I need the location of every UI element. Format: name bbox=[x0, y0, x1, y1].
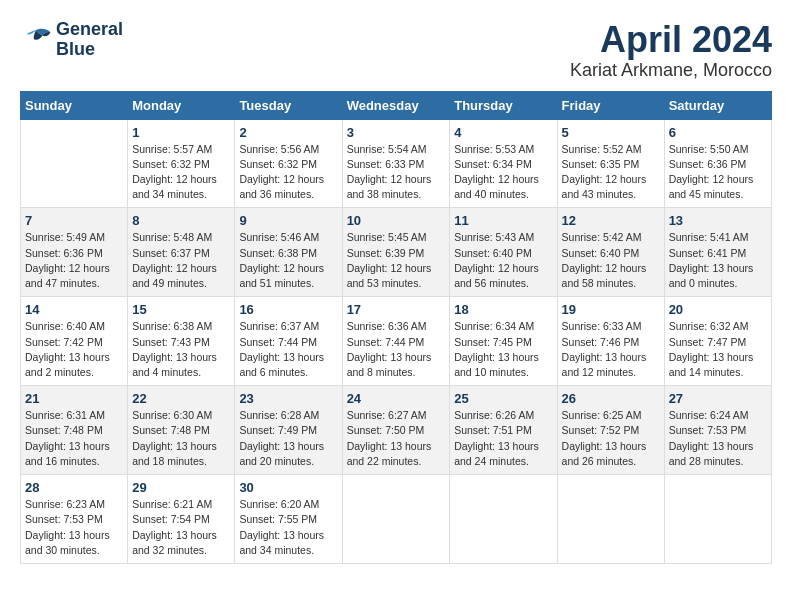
calendar-table: Sunday Monday Tuesday Wednesday Thursday… bbox=[20, 91, 772, 564]
day-number: 4 bbox=[454, 125, 552, 140]
day-number: 16 bbox=[239, 302, 337, 317]
day-number: 28 bbox=[25, 480, 123, 495]
calendar-day-cell: 25Sunrise: 6:26 AMSunset: 7:51 PMDayligh… bbox=[450, 386, 557, 475]
calendar-day-cell: 14Sunrise: 6:40 AMSunset: 7:42 PMDayligh… bbox=[21, 297, 128, 386]
header-tuesday: Tuesday bbox=[235, 91, 342, 119]
header-thursday: Thursday bbox=[450, 91, 557, 119]
calendar-day-cell: 29Sunrise: 6:21 AMSunset: 7:54 PMDayligh… bbox=[128, 475, 235, 564]
day-number: 18 bbox=[454, 302, 552, 317]
day-info: Sunrise: 6:32 AMSunset: 7:47 PMDaylight:… bbox=[669, 319, 767, 380]
day-number: 21 bbox=[25, 391, 123, 406]
title-section: April 2024 Kariat Arkmane, Morocco bbox=[570, 20, 772, 81]
day-number: 12 bbox=[562, 213, 660, 228]
calendar-day-cell: 26Sunrise: 6:25 AMSunset: 7:52 PMDayligh… bbox=[557, 386, 664, 475]
day-info: Sunrise: 6:24 AMSunset: 7:53 PMDaylight:… bbox=[669, 408, 767, 469]
day-info: Sunrise: 6:27 AMSunset: 7:50 PMDaylight:… bbox=[347, 408, 446, 469]
calendar-week-row: 7Sunrise: 5:49 AMSunset: 6:36 PMDaylight… bbox=[21, 208, 772, 297]
calendar-day-cell bbox=[21, 119, 128, 208]
location-title: Kariat Arkmane, Morocco bbox=[570, 60, 772, 81]
day-info: Sunrise: 6:21 AMSunset: 7:54 PMDaylight:… bbox=[132, 497, 230, 558]
calendar-day-cell: 27Sunrise: 6:24 AMSunset: 7:53 PMDayligh… bbox=[664, 386, 771, 475]
logo-line1: General bbox=[56, 20, 123, 40]
month-title: April 2024 bbox=[570, 20, 772, 60]
day-number: 29 bbox=[132, 480, 230, 495]
day-info: Sunrise: 5:54 AMSunset: 6:33 PMDaylight:… bbox=[347, 142, 446, 203]
calendar-day-cell: 15Sunrise: 6:38 AMSunset: 7:43 PMDayligh… bbox=[128, 297, 235, 386]
calendar-day-cell: 20Sunrise: 6:32 AMSunset: 7:47 PMDayligh… bbox=[664, 297, 771, 386]
day-number: 14 bbox=[25, 302, 123, 317]
day-number: 27 bbox=[669, 391, 767, 406]
day-number: 2 bbox=[239, 125, 337, 140]
day-info: Sunrise: 6:37 AMSunset: 7:44 PMDaylight:… bbox=[239, 319, 337, 380]
calendar-week-row: 14Sunrise: 6:40 AMSunset: 7:42 PMDayligh… bbox=[21, 297, 772, 386]
calendar-day-cell bbox=[450, 475, 557, 564]
calendar-day-cell: 23Sunrise: 6:28 AMSunset: 7:49 PMDayligh… bbox=[235, 386, 342, 475]
calendar-day-cell: 19Sunrise: 6:33 AMSunset: 7:46 PMDayligh… bbox=[557, 297, 664, 386]
day-number: 7 bbox=[25, 213, 123, 228]
calendar-day-cell: 12Sunrise: 5:42 AMSunset: 6:40 PMDayligh… bbox=[557, 208, 664, 297]
day-info: Sunrise: 6:25 AMSunset: 7:52 PMDaylight:… bbox=[562, 408, 660, 469]
day-info: Sunrise: 6:30 AMSunset: 7:48 PMDaylight:… bbox=[132, 408, 230, 469]
calendar-day-cell: 22Sunrise: 6:30 AMSunset: 7:48 PMDayligh… bbox=[128, 386, 235, 475]
day-info: Sunrise: 5:56 AMSunset: 6:32 PMDaylight:… bbox=[239, 142, 337, 203]
day-info: Sunrise: 6:34 AMSunset: 7:45 PMDaylight:… bbox=[454, 319, 552, 380]
day-info: Sunrise: 6:38 AMSunset: 7:43 PMDaylight:… bbox=[132, 319, 230, 380]
calendar-day-cell: 30Sunrise: 6:20 AMSunset: 7:55 PMDayligh… bbox=[235, 475, 342, 564]
header-friday: Friday bbox=[557, 91, 664, 119]
day-info: Sunrise: 6:23 AMSunset: 7:53 PMDaylight:… bbox=[25, 497, 123, 558]
day-info: Sunrise: 6:36 AMSunset: 7:44 PMDaylight:… bbox=[347, 319, 446, 380]
calendar-day-cell bbox=[557, 475, 664, 564]
logo-bird-icon bbox=[20, 26, 52, 54]
calendar-day-cell: 7Sunrise: 5:49 AMSunset: 6:36 PMDaylight… bbox=[21, 208, 128, 297]
calendar-day-cell bbox=[664, 475, 771, 564]
calendar-day-cell: 9Sunrise: 5:46 AMSunset: 6:38 PMDaylight… bbox=[235, 208, 342, 297]
calendar-week-row: 28Sunrise: 6:23 AMSunset: 7:53 PMDayligh… bbox=[21, 475, 772, 564]
day-info: Sunrise: 5:48 AMSunset: 6:37 PMDaylight:… bbox=[132, 230, 230, 291]
day-number: 9 bbox=[239, 213, 337, 228]
day-number: 10 bbox=[347, 213, 446, 228]
day-info: Sunrise: 5:50 AMSunset: 6:36 PMDaylight:… bbox=[669, 142, 767, 203]
calendar-day-cell: 2Sunrise: 5:56 AMSunset: 6:32 PMDaylight… bbox=[235, 119, 342, 208]
calendar-day-cell: 6Sunrise: 5:50 AMSunset: 6:36 PMDaylight… bbox=[664, 119, 771, 208]
calendar-day-cell: 13Sunrise: 5:41 AMSunset: 6:41 PMDayligh… bbox=[664, 208, 771, 297]
logo-line2: Blue bbox=[56, 40, 123, 60]
day-info: Sunrise: 6:40 AMSunset: 7:42 PMDaylight:… bbox=[25, 319, 123, 380]
day-number: 5 bbox=[562, 125, 660, 140]
header-monday: Monday bbox=[128, 91, 235, 119]
calendar-week-row: 21Sunrise: 6:31 AMSunset: 7:48 PMDayligh… bbox=[21, 386, 772, 475]
day-info: Sunrise: 5:42 AMSunset: 6:40 PMDaylight:… bbox=[562, 230, 660, 291]
header-wednesday: Wednesday bbox=[342, 91, 450, 119]
day-number: 30 bbox=[239, 480, 337, 495]
page-container: General Blue April 2024 Kariat Arkmane, … bbox=[20, 20, 772, 564]
day-info: Sunrise: 5:43 AMSunset: 6:40 PMDaylight:… bbox=[454, 230, 552, 291]
logo-text: General Blue bbox=[56, 20, 123, 60]
day-number: 24 bbox=[347, 391, 446, 406]
day-number: 17 bbox=[347, 302, 446, 317]
day-info: Sunrise: 5:49 AMSunset: 6:36 PMDaylight:… bbox=[25, 230, 123, 291]
day-number: 19 bbox=[562, 302, 660, 317]
calendar-day-cell: 1Sunrise: 5:57 AMSunset: 6:32 PMDaylight… bbox=[128, 119, 235, 208]
day-info: Sunrise: 5:57 AMSunset: 6:32 PMDaylight:… bbox=[132, 142, 230, 203]
day-info: Sunrise: 5:46 AMSunset: 6:38 PMDaylight:… bbox=[239, 230, 337, 291]
day-number: 6 bbox=[669, 125, 767, 140]
day-number: 8 bbox=[132, 213, 230, 228]
calendar-day-cell: 5Sunrise: 5:52 AMSunset: 6:35 PMDaylight… bbox=[557, 119, 664, 208]
day-number: 15 bbox=[132, 302, 230, 317]
page-header: General Blue April 2024 Kariat Arkmane, … bbox=[20, 20, 772, 81]
calendar-day-cell: 3Sunrise: 5:54 AMSunset: 6:33 PMDaylight… bbox=[342, 119, 450, 208]
day-info: Sunrise: 5:53 AMSunset: 6:34 PMDaylight:… bbox=[454, 142, 552, 203]
calendar-day-cell: 28Sunrise: 6:23 AMSunset: 7:53 PMDayligh… bbox=[21, 475, 128, 564]
day-number: 22 bbox=[132, 391, 230, 406]
day-info: Sunrise: 5:52 AMSunset: 6:35 PMDaylight:… bbox=[562, 142, 660, 203]
day-number: 13 bbox=[669, 213, 767, 228]
calendar-day-cell: 11Sunrise: 5:43 AMSunset: 6:40 PMDayligh… bbox=[450, 208, 557, 297]
calendar-day-cell: 24Sunrise: 6:27 AMSunset: 7:50 PMDayligh… bbox=[342, 386, 450, 475]
day-number: 25 bbox=[454, 391, 552, 406]
logo: General Blue bbox=[20, 20, 123, 60]
day-number: 23 bbox=[239, 391, 337, 406]
header-saturday: Saturday bbox=[664, 91, 771, 119]
calendar-day-cell: 4Sunrise: 5:53 AMSunset: 6:34 PMDaylight… bbox=[450, 119, 557, 208]
calendar-week-row: 1Sunrise: 5:57 AMSunset: 6:32 PMDaylight… bbox=[21, 119, 772, 208]
calendar-day-cell: 8Sunrise: 5:48 AMSunset: 6:37 PMDaylight… bbox=[128, 208, 235, 297]
calendar-day-cell bbox=[342, 475, 450, 564]
